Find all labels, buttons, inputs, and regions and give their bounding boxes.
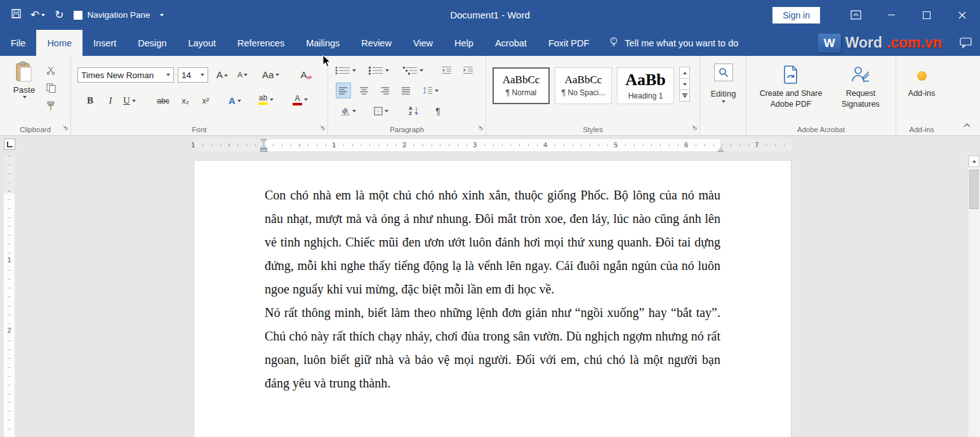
shrink-font-button[interactable]: A <box>235 67 250 83</box>
font-dialog-launcher-icon[interactable] <box>319 121 325 133</box>
multilevel-list-button[interactable] <box>402 62 424 78</box>
editing-button[interactable]: Editing <box>700 89 746 98</box>
tab-help[interactable]: Help <box>444 30 484 56</box>
scrollbar-thumb[interactable] <box>969 170 979 209</box>
justify-button[interactable] <box>399 83 414 98</box>
tab-view[interactable]: View <box>402 30 444 56</box>
undo-icon[interactable]: ↶ <box>30 10 39 20</box>
search-icon <box>718 67 729 77</box>
font-color-button[interactable]: A <box>292 91 308 107</box>
vertical-ruler[interactable]: 1 2 <box>4 156 15 437</box>
vertical-scrollbar[interactable] <box>969 156 980 437</box>
increase-indent-button[interactable] <box>460 62 475 78</box>
line-spacing-button[interactable] <box>422 83 439 98</box>
style-no-spacing[interactable]: AaBbCc ¶ No Spaci... <box>555 67 612 104</box>
numbering-button[interactable] <box>368 62 390 78</box>
minimize-button[interactable] <box>873 0 909 30</box>
font-size-combobox[interactable]: 14 <box>178 67 208 83</box>
document-page[interactable]: Con chó nhà em là một chú chó nhỏ xinh x… <box>194 160 791 437</box>
tab-home[interactable]: Home <box>36 30 83 56</box>
styles-more-icon[interactable] <box>679 90 690 102</box>
borders-dropdown-icon <box>385 110 388 112</box>
strikethrough-button[interactable]: abc <box>156 93 171 109</box>
document-text[interactable]: Con chó nhà em là một chú chó nhỏ xinh x… <box>265 184 720 395</box>
add-ins-button[interactable]: Add-ins <box>896 71 947 99</box>
borders-icon <box>374 107 383 116</box>
sign-in-button[interactable]: Sign in <box>772 7 820 24</box>
comment-icon[interactable] <box>951 30 980 56</box>
eraser-icon <box>307 75 312 79</box>
styles-dialog-launcher-icon[interactable] <box>691 121 697 133</box>
underline-button[interactable]: U <box>122 93 137 109</box>
lightbulb-icon <box>609 37 619 50</box>
clipboard-dialog-launcher-icon[interactable] <box>62 121 68 133</box>
style-heading-1[interactable]: AaBb Heading 1 <box>617 67 674 104</box>
bold-button[interactable]: B <box>83 93 98 109</box>
add-ins-icon <box>917 71 927 81</box>
save-icon[interactable] <box>11 9 21 21</box>
create-share-pdf-button[interactable]: Create and Share Adobe PDF <box>755 65 826 110</box>
undo-dropdown-icon[interactable] <box>41 14 45 17</box>
grow-font-button[interactable]: A <box>215 67 230 83</box>
tab-acrobat[interactable]: Acrobat <box>484 30 538 56</box>
ruler-bar: 1 1 2 3 4 5 6 7 <box>0 135 980 154</box>
tab-layout[interactable]: Layout <box>177 30 227 56</box>
text-highlight-button[interactable]: ab <box>258 91 274 107</box>
paragraph-dialog-launcher-icon[interactable] <box>477 121 483 133</box>
superscript-button[interactable]: x² <box>198 93 213 109</box>
tab-selector[interactable] <box>4 138 15 150</box>
text-effects-button[interactable]: A <box>227 93 242 109</box>
customize-qat-icon[interactable] <box>160 14 164 17</box>
styles-group-label: Styles <box>486 126 699 133</box>
tab-file[interactable]: File <box>0 30 36 56</box>
format-painter-button[interactable] <box>43 98 58 114</box>
horizontal-ruler[interactable]: 1 1 2 3 4 5 6 7 <box>194 139 791 151</box>
ruler-number: 1 <box>189 141 197 149</box>
ribbon-display-options-icon[interactable] <box>838 0 873 30</box>
cut-button[interactable] <box>43 62 58 78</box>
sort-button[interactable]: A Z <box>406 103 421 119</box>
show-hide-pilcrow-button[interactable]: ¶ <box>430 103 446 119</box>
style-normal[interactable]: AaBbCc ¶ Normal <box>493 67 550 104</box>
paragraph[interactable]: Con chó nhà em là một chú chó nhỏ xinh x… <box>265 184 720 301</box>
styles-scroll-up-icon[interactable] <box>679 67 690 79</box>
styles-scroll-down-icon[interactable] <box>679 78 690 90</box>
align-right-button[interactable] <box>378 83 393 98</box>
subscript-button[interactable]: x₂ <box>178 93 193 109</box>
italic-button[interactable]: I <box>103 93 118 109</box>
clear-formatting-button[interactable]: A <box>298 67 314 83</box>
paragraph[interactable]: Nó rất thông minh, biết làm theo những l… <box>265 301 720 395</box>
left-indent-marker[interactable] <box>260 149 267 152</box>
request-signatures-button[interactable]: Request Signatures <box>830 65 891 110</box>
maximize-button[interactable] <box>909 0 944 30</box>
tab-review[interactable]: Review <box>350 30 402 56</box>
bullets-dropdown-icon <box>352 69 356 72</box>
tab-design[interactable]: Design <box>127 30 177 56</box>
decrease-indent-button[interactable] <box>439 62 454 78</box>
tab-references[interactable]: References <box>227 30 295 56</box>
change-case-button[interactable]: Aa <box>262 67 280 83</box>
editing-search-button[interactable] <box>714 64 733 81</box>
vruler-ticks <box>8 156 11 437</box>
tab-foxit-pdf[interactable]: Foxit PDF <box>538 30 600 56</box>
editing-dropdown-icon[interactable] <box>721 103 725 114</box>
close-button[interactable] <box>944 0 980 30</box>
copy-button[interactable] <box>43 80 58 96</box>
decrease-indent-icon <box>441 66 452 74</box>
borders-button[interactable] <box>373 103 389 119</box>
align-center-button[interactable] <box>357 83 372 98</box>
tell-me-box[interactable]: Tell me what you want to do <box>609 30 738 56</box>
tab-insert[interactable]: Insert <box>83 30 127 56</box>
scroll-up-icon[interactable] <box>969 156 979 167</box>
bullets-button[interactable] <box>334 62 357 78</box>
tab-mailings[interactable]: Mailings <box>295 30 350 56</box>
font-family-combobox[interactable]: Times New Roman <box>77 67 174 83</box>
navigation-pane-checkbox[interactable] <box>74 11 83 20</box>
collapse-ribbon-icon[interactable] <box>963 119 971 130</box>
redo-icon[interactable]: ↻ <box>55 10 63 20</box>
font-family-value: Times New Roman <box>81 71 154 80</box>
paste-button[interactable]: Paste <box>9 62 39 98</box>
align-left-button[interactable] <box>336 83 351 98</box>
navigation-pane-toggle[interactable]: Navigation Pane <box>74 10 150 20</box>
shading-button[interactable] <box>340 103 357 119</box>
